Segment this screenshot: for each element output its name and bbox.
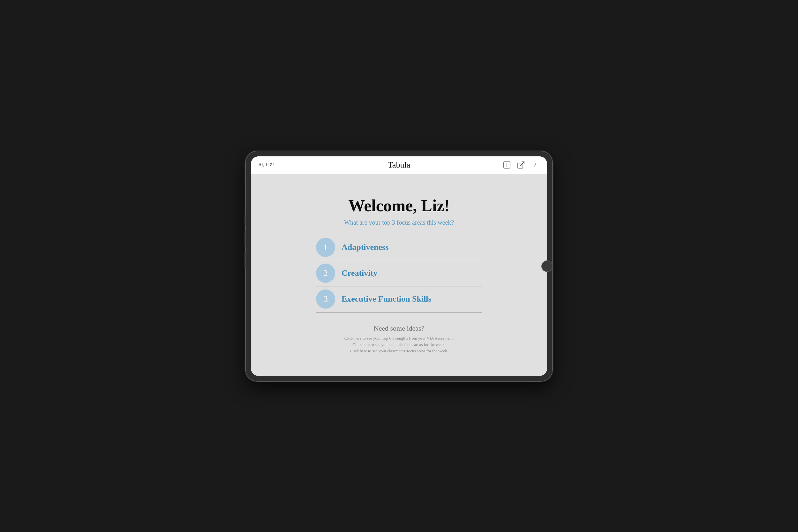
focus-label-3: Executive Function Skills (342, 294, 432, 304)
focus-label-2: Creativity (342, 268, 377, 278)
ideas-links: Click here to see your Top 6 Strengths f… (344, 336, 454, 354)
side-button-volume-up (245, 231, 246, 247)
app-title: Tabula (352, 160, 445, 170)
ideas-link-school[interactable]: Click here to see your school's focus ar… (344, 342, 454, 347)
focus-question: What are your top 3 focus areas this wee… (344, 219, 454, 226)
nav-greeting: HI, LIZ! (259, 163, 352, 167)
focus-number-3: 3 (316, 289, 335, 309)
external-link-icon[interactable] (516, 160, 526, 169)
focus-list: 1 Adaptiveness 2 Creativity 3 Executive … (316, 238, 482, 313)
screen: HI, LIZ! Tabula ? (251, 156, 547, 376)
ideas-link-via[interactable]: Click here to see your Top 6 Strengths f… (344, 336, 454, 341)
main-content: Welcome, Liz! What are your top 3 focus … (251, 174, 547, 376)
focus-label-1: Adaptiveness (342, 243, 388, 252)
side-button-volume-down (245, 252, 246, 268)
welcome-title: Welcome, Liz! (348, 196, 450, 215)
nav-icons: ? (446, 160, 539, 169)
help-icon[interactable]: ? (531, 160, 539, 169)
tablet-frame: HI, LIZ! Tabula ? (246, 151, 552, 381)
focus-item-3[interactable]: 3 Executive Function Skills (316, 289, 482, 313)
side-button-mute (245, 215, 246, 225)
svg-line-4 (520, 162, 524, 166)
add-icon[interactable] (502, 160, 511, 169)
focus-item-2[interactable]: 2 Creativity (316, 264, 482, 287)
focus-number-1: 1 (316, 238, 335, 257)
focus-number-2: 2 (316, 264, 335, 283)
nav-bar: HI, LIZ! Tabula ? (251, 156, 547, 174)
ideas-link-classmates[interactable]: Click here to see your classmates' focus… (344, 348, 454, 354)
ideas-title: Need some ideas? (344, 324, 454, 332)
home-button[interactable] (542, 261, 553, 272)
focus-item-1[interactable]: 1 Adaptiveness (316, 238, 482, 261)
ideas-section: Need some ideas? Click here to see your … (344, 324, 454, 354)
